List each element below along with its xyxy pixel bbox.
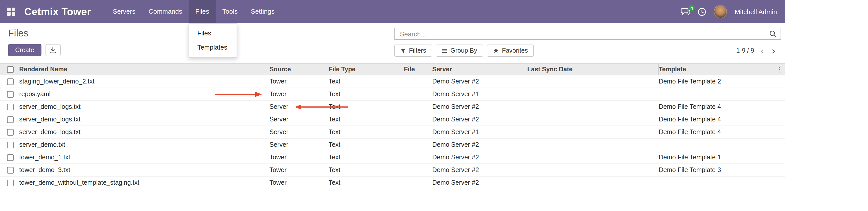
dropdown-item-templates[interactable]: Templates — [189, 40, 237, 55]
cell-template: Demo File Template 4 — [659, 113, 785, 125]
table-row[interactable]: tower_demo_without_template_staging.txt … — [0, 177, 785, 189]
cell-rendered-name: server_demo_logs.txt — [19, 113, 270, 125]
cell-last-sync-date — [527, 113, 659, 125]
pager-range: 1-9 / 9 — [736, 47, 754, 54]
table-row[interactable]: tower_demo_1.txt Tower Text Demo Server … — [0, 151, 785, 164]
table-row[interactable]: tower_demo_3.txt Tower Text Demo Server … — [0, 164, 785, 177]
search-options: Filters Group By Favorites — [394, 44, 534, 57]
cell-file — [404, 139, 432, 151]
user-menu[interactable]: Mitchell Admin — [735, 8, 777, 16]
table-row[interactable]: repos.yaml Tower Text Demo Server #1 — [0, 88, 785, 101]
download-button[interactable] — [45, 44, 60, 56]
user-avatar[interactable] — [714, 5, 727, 18]
optional-columns-toggle-icon[interactable]: ⋮ — [776, 64, 782, 76]
cell-rendered-name: server_demo.txt — [19, 139, 270, 151]
nav-item-commands[interactable]: Commands — [142, 0, 189, 23]
table-row[interactable]: server_demo_logs.txt Server Text Demo Se… — [0, 126, 785, 139]
row-checkbox[interactable] — [7, 91, 14, 97]
column-header-rendered-name[interactable]: Rendered Name — [19, 64, 270, 75]
cell-rendered-name: staging_tower_demo_2.txt — [19, 76, 270, 88]
cell-server: Demo Server #2 — [432, 164, 527, 176]
cell-file-type: Text — [329, 177, 404, 189]
create-button[interactable]: Create — [8, 44, 41, 56]
row-checkbox[interactable] — [7, 116, 14, 123]
app-brand[interactable]: Cetmix Tower — [24, 0, 91, 23]
cell-template — [659, 88, 785, 100]
favorites-button[interactable]: Favorites — [487, 44, 534, 57]
activities-button[interactable] — [698, 7, 706, 16]
column-header-template[interactable]: Template — [658, 64, 785, 75]
messages-button[interactable]: 4 — [681, 8, 690, 16]
group-by-button-label: Group By — [451, 47, 477, 54]
pager-previous-button[interactable]: ‹ — [759, 46, 766, 56]
cell-source: Tower — [270, 88, 329, 100]
search-submit[interactable] — [769, 30, 780, 37]
column-header-file-type[interactable]: File Type — [329, 64, 404, 75]
nav-item-settings[interactable]: Settings — [244, 0, 281, 23]
apps-menu-icon[interactable] — [7, 8, 16, 16]
search-bar — [394, 28, 781, 40]
column-header-source[interactable]: Source — [270, 64, 329, 75]
cell-server: Demo Server #2 — [432, 151, 527, 163]
search-input[interactable] — [395, 30, 769, 38]
cell-template: Demo File Template 3 — [659, 164, 785, 176]
row-checkbox[interactable] — [7, 142, 14, 148]
nav-item-tools[interactable]: Tools — [216, 0, 244, 23]
column-header-last-sync-date[interactable]: Last Sync Date — [527, 64, 659, 75]
cell-file — [404, 76, 432, 88]
cell-rendered-name: server_demo_logs.txt — [19, 126, 270, 138]
table-row[interactable]: server_demo_logs.txt Server Text Demo Se… — [0, 113, 785, 126]
cell-last-sync-date — [527, 151, 659, 163]
cell-source: Tower — [270, 177, 329, 189]
page-title: Files — [8, 28, 28, 39]
table-row[interactable]: staging_tower_demo_2.txt Tower Text Demo… — [0, 76, 785, 88]
row-checkbox[interactable] — [7, 103, 14, 110]
row-checkbox[interactable] — [7, 179, 14, 186]
cell-source: Server — [270, 139, 329, 151]
nav-item-files[interactable]: Files Files Templates — [189, 0, 216, 23]
row-checkbox[interactable] — [7, 78, 14, 85]
cell-file-type: Text — [329, 101, 404, 113]
filters-button-label: Filters — [409, 47, 426, 54]
search-icon — [769, 30, 776, 37]
table-row[interactable]: server_demo.txt Server Text Demo Server … — [0, 139, 785, 151]
cell-source: Tower — [270, 151, 329, 163]
table-header: Rendered Name Source File Type File Serv… — [0, 63, 785, 76]
cell-file — [404, 177, 432, 189]
top-navbar: Cetmix Tower Servers Commands Files File… — [0, 0, 785, 23]
cell-server: Demo Server #1 — [432, 126, 527, 138]
table-row[interactable]: server_demo_logs.txt Server Text Demo Se… — [0, 101, 785, 113]
cell-source: Tower — [270, 164, 329, 176]
cell-source: Server — [270, 101, 329, 113]
pager-next-button[interactable]: › — [770, 46, 777, 56]
main-menu: Servers Commands Files Files Templates T… — [106, 0, 281, 23]
files-dropdown-menu: Files Templates — [189, 23, 237, 58]
cell-server: Demo Server #2 — [432, 101, 527, 113]
cell-template — [659, 177, 785, 189]
favorites-button-label: Favorites — [502, 47, 528, 54]
cell-file-type: Text — [329, 139, 404, 151]
cell-server: Demo Server #2 — [432, 177, 527, 189]
select-all-checkbox[interactable] — [7, 66, 14, 72]
nav-item-servers[interactable]: Servers — [106, 0, 142, 23]
dropdown-item-files[interactable]: Files — [189, 26, 237, 40]
favorites-star-icon — [493, 48, 499, 54]
cell-server: Demo Server #2 — [432, 76, 527, 88]
cell-server: Demo Server #2 — [432, 113, 527, 125]
messages-count-badge: 4 — [689, 5, 694, 11]
cell-template: Demo File Template 4 — [659, 126, 785, 138]
column-header-server[interactable]: Server — [432, 64, 527, 75]
cell-last-sync-date — [527, 101, 659, 113]
cell-rendered-name: server_demo_logs.txt — [19, 101, 270, 113]
row-checkbox[interactable] — [7, 167, 14, 173]
cell-source: Server — [270, 113, 329, 125]
filter-funnel-icon — [400, 48, 406, 53]
column-header-file[interactable]: File — [404, 64, 432, 75]
control-panel: Files Create — [0, 23, 785, 63]
cell-rendered-name: tower_demo_3.txt — [19, 164, 270, 176]
row-checkbox[interactable] — [7, 154, 14, 161]
cell-last-sync-date — [527, 177, 659, 189]
group-by-button[interactable]: Group By — [436, 44, 483, 57]
row-checkbox[interactable] — [7, 129, 14, 135]
filters-button[interactable]: Filters — [394, 44, 432, 57]
